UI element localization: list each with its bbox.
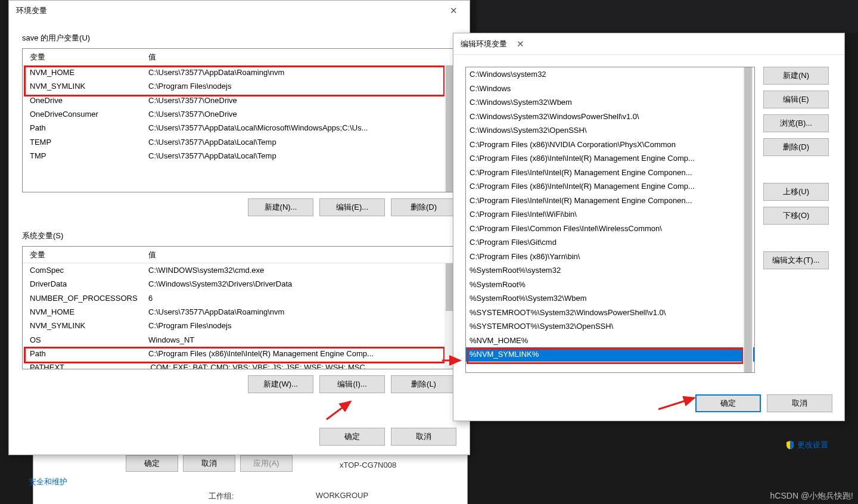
underlying-system-properties: 确定 取消 应用(A) [33,450,468,504]
list-item[interactable]: %NVM_SYMLINK% [466,347,754,362]
environment-variables-dialog: 环境变量 ✕ save 的用户变量(U) 变量 值 NVM_HOMEC:\Use… [8,0,470,455]
table-row[interactable]: OSWindows_NT [23,332,456,346]
edit-environment-variable-dialog: 编辑环境变量 ✕ C:\Windows\system32C:\WindowsC:… [453,33,845,421]
list-item[interactable]: C:\Program Files\Intel\WiFi\bin\ [466,207,754,222]
change-settings-text: 更改设置 [797,440,828,450]
table-row[interactable]: NVM_HOMEC:\Users\73577\AppData\Roaming\n… [23,305,456,319]
user-edit-button[interactable]: 编辑(E)... [319,198,385,216]
path-browse-button[interactable]: 浏览(B)... [763,114,829,132]
path-edit-text-button[interactable]: 编辑文本(T)... [763,251,829,269]
list-item[interactable]: C:\Program Files (x86)\NVIDIA Corporatio… [466,138,754,152]
under-cancel-button[interactable]: 取消 [183,455,235,472]
workgroup-label: 工作组: [209,491,234,502]
list-item[interactable]: %SystemRoot%\system32 [466,263,754,278]
table-row[interactable]: PathC:\Program Files (x86)\Intel\Intel(R… [23,347,456,360]
change-settings-link[interactable]: 更改设置 [785,438,848,452]
workgroup-value: WORKGROUP [316,491,368,500]
under-apply-button: 应用(A) [240,455,293,472]
path-move-up-button[interactable]: 上移(U) [763,183,829,201]
list-item[interactable]: C:\Windows\System32\Wbem [466,95,754,110]
under-ok-button[interactable]: 确定 [126,455,178,472]
list-item[interactable]: C:\Windows [466,82,754,96]
column-header-value[interactable]: 值 [148,250,456,260]
watermark-text: hCSDN @小炮兵快跑! [770,491,853,502]
env-ok-button[interactable]: 确定 [319,428,385,446]
table-row[interactable]: DriverDataC:\Windows\System32\Drivers\Dr… [23,277,456,291]
sys-new-button[interactable]: 新建(W)... [248,375,313,393]
list-item[interactable]: C:\Program Files\Intel\Intel(R) Manageme… [466,194,754,208]
table-row[interactable]: TMPC:\Users\73577\AppData\Local\Temp [23,149,456,163]
user-vars-table[interactable]: 变量 值 NVM_HOMEC:\Users\73577\AppData\Roam… [22,48,456,192]
svg-line-0 [327,402,350,419]
list-item[interactable]: C:\Program Files (x86)\Intel\Intel(R) Ma… [466,179,754,194]
path-new-button[interactable]: 新建(N) [763,67,829,85]
table-row[interactable]: TEMPC:\Users\73577\AppData\Local\Temp [23,135,456,148]
list-item[interactable]: C:\Program Files (x86)\Yarn\bin\ [466,250,754,264]
user-vars-label: save 的用户变量(U) [22,33,456,43]
list-item[interactable]: %SystemRoot% [466,278,754,292]
path-entries-list[interactable]: C:\Windows\system32C:\WindowsC:\Windows\… [465,67,755,373]
list-item[interactable]: C:\Windows\System32\OpenSSH\ [466,123,754,138]
column-header-variable[interactable]: 变量 [23,250,148,260]
security-link-partial: 安全和维护 [29,477,67,487]
list-item[interactable]: C:\Program Files (x86)\Intel\Intel(R) Ma… [466,151,754,166]
path-move-down-button[interactable]: 下移(O) [763,207,829,225]
env-cancel-button[interactable]: 取消 [391,428,456,446]
list-item[interactable]: %SYSTEMROOT%\System32\WindowsPowerShell\… [466,306,754,320]
edit-ok-button[interactable]: 确定 [695,394,761,412]
list-item[interactable]: C:\Program Files\Intel\Intel(R) Manageme… [466,166,754,180]
table-row[interactable]: NVM_SYMLINKC:\Program Files\nodejs [23,319,456,332]
list-item[interactable]: C:\Windows\system32 [466,67,754,82]
list-item[interactable]: C:\Program Files\Common Files\Intel\Wire… [466,222,754,236]
table-row[interactable]: OneDriveC:\Users\73577\OneDrive [23,94,456,107]
table-row[interactable]: NUMBER_OF_PROCESSORS6 [23,291,456,305]
column-header-value[interactable]: 值 [148,52,456,63]
table-row[interactable]: NVM_SYMLINKC:\Program Files\nodejs [23,79,456,93]
path-edit-button[interactable]: 编辑(E) [763,91,829,108]
table-row[interactable]: ComSpecC:\WINDOWS\system32\cmd.exe [23,263,456,277]
close-icon[interactable]: ✕ [507,35,534,53]
user-new-button[interactable]: 新建(N)... [248,198,313,216]
table-row[interactable]: OneDriveConsumerC:\Users\73577\OneDrive [23,107,456,121]
system-vars-label: 系统变量(S) [22,231,456,241]
edit-cancel-button[interactable]: 取消 [767,394,832,412]
list-item[interactable]: C:\Program Files\Git\cmd [466,235,754,250]
desktop-name-fragment: xTOP-CG7N008 [340,461,396,469]
user-delete-button[interactable]: 删除(D) [391,198,456,216]
table-row[interactable]: NVM_HOMEC:\Users\73577\AppData\Roaming\n… [23,66,456,79]
path-delete-button[interactable]: 删除(D) [763,138,829,156]
table-row[interactable]: PATHEXT.COM;.EXE;.BAT;.CMD;.VBS;.VBE;.JS… [23,360,456,369]
list-item[interactable]: %NVM_HOME% [466,334,754,348]
table-row[interactable]: PathC:\Users\73577\AppData\Local\Microso… [23,121,456,135]
list-item[interactable]: %SystemRoot%\System32\Wbem [466,291,754,306]
list-item[interactable]: C:\Windows\System32\WindowsPowerShell\v1… [466,110,754,124]
edit-dialog-title: 编辑环境变量 [461,39,507,49]
shield-icon [785,440,795,450]
sys-edit-button[interactable]: 编辑(I)... [319,375,385,393]
system-vars-table[interactable]: 变量 值 ComSpecC:\WINDOWS\system32\cmd.exeD… [22,246,456,369]
env-dialog-title: 环境变量 [16,5,440,16]
list-item[interactable]: %SYSTEMROOT%\System32\OpenSSH\ [466,319,754,334]
column-header-variable[interactable]: 变量 [23,52,148,63]
close-icon[interactable]: ✕ [440,2,467,20]
sys-delete-button[interactable]: 删除(L) [391,375,456,393]
